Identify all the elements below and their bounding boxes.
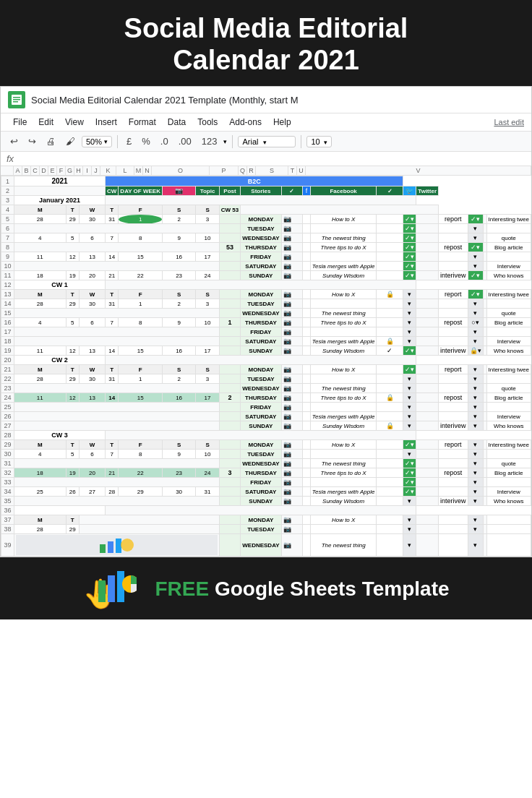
row-num: 26 bbox=[1, 412, 14, 421]
cal-d: 12 bbox=[66, 252, 79, 262]
table-row: 38 28 29 TUESDAY 📷 ▾ ▾ bbox=[1, 525, 531, 534]
topic bbox=[303, 243, 311, 252]
check2: ▾ bbox=[468, 233, 483, 243]
check2: ✓▾ bbox=[468, 290, 483, 299]
fb-content bbox=[439, 262, 468, 271]
cal-d: 1 bbox=[119, 215, 163, 224]
fb-icon bbox=[416, 243, 439, 252]
menu-insert[interactable]: Insert bbox=[90, 115, 122, 129]
font-chevron: ▾ bbox=[263, 139, 267, 146]
menu-data[interactable]: Data bbox=[163, 115, 191, 129]
month-label-cw1: CW 1 bbox=[14, 280, 106, 290]
decimal-button[interactable]: .0 bbox=[157, 134, 172, 149]
fb-icon bbox=[416, 224, 439, 233]
row-num: 36 bbox=[1, 506, 14, 515]
ig-icon-cell: 📷 bbox=[281, 346, 303, 356]
check1: ✓▾ bbox=[403, 224, 416, 233]
day-label: MONDAY bbox=[241, 365, 281, 374]
row-num: 29 bbox=[1, 440, 14, 450]
cal-d: 14 bbox=[106, 252, 119, 262]
last-edit-label[interactable]: Last edit bbox=[494, 118, 524, 126]
double-decimal-button[interactable]: .00 bbox=[175, 134, 195, 149]
cal-d: 29 bbox=[66, 215, 79, 224]
cal-d: 16 bbox=[162, 346, 195, 356]
number-format-button[interactable]: 123 bbox=[198, 134, 221, 149]
fb-content bbox=[439, 224, 468, 233]
table-row: 31 WEDNESDAY 📷 The newest thing ✓▾ ▾ quo… bbox=[1, 459, 531, 468]
undo-button[interactable]: ↩ bbox=[7, 134, 22, 149]
stories: ✓ bbox=[377, 346, 403, 356]
print-button[interactable]: 🖨 bbox=[43, 134, 59, 149]
row-num: 34 bbox=[1, 487, 14, 497]
menu-file[interactable]: File bbox=[8, 115, 32, 129]
menu-edit[interactable]: Edit bbox=[33, 115, 59, 129]
cw53-label: CW 53 bbox=[219, 205, 240, 215]
cal-d: 11 bbox=[14, 346, 66, 356]
tw-content bbox=[486, 252, 531, 262]
cal-w: W bbox=[79, 205, 105, 215]
ig-icon-cell: 📷 bbox=[281, 327, 303, 337]
table-row: 32 18 19 20 21 22 23 24 3 THURSDAY 📷 Thr… bbox=[1, 468, 531, 478]
stories bbox=[377, 271, 403, 280]
size-select[interactable]: 10 ▾ bbox=[306, 136, 332, 147]
day-label: MONDAY bbox=[241, 215, 281, 224]
row-num: 24 bbox=[1, 393, 14, 403]
cal-f: F bbox=[119, 205, 163, 215]
paint-format-button[interactable]: 🖌 bbox=[62, 134, 79, 149]
menu-help[interactable]: Help bbox=[268, 115, 296, 129]
spreadsheet-wrapper: Social Media Editorial Calendar 2021 Tem… bbox=[0, 86, 532, 557]
percent-button[interactable]: % bbox=[138, 134, 154, 149]
redo-button[interactable]: ↪ bbox=[25, 134, 40, 149]
formula-fx-label: fx bbox=[7, 153, 14, 164]
fb-content: repost bbox=[439, 318, 468, 327]
fb-content: interivew bbox=[439, 271, 468, 280]
check2: ▾ bbox=[468, 337, 483, 346]
blank bbox=[106, 196, 416, 205]
table-row: 3 January 2021 bbox=[1, 196, 531, 205]
col-header-q: Q bbox=[239, 166, 247, 175]
cal-d: 4 bbox=[14, 318, 66, 327]
table-row: 7 4 5 6 7 8 9 10 WEDNESDAY 📷 The newest … bbox=[1, 233, 531, 243]
check2: ○▾ bbox=[468, 318, 483, 327]
svg-rect-4 bbox=[13, 101, 18, 103]
cal-d: 31 bbox=[106, 299, 119, 309]
size-value: 10 bbox=[311, 137, 319, 146]
cw-empty bbox=[219, 252, 240, 262]
spreadsheet-table: 1 2021 B2C 2 CW DAY OF WEEK 📷 Topic Post… bbox=[1, 176, 531, 557]
zoom-select[interactable]: 50% ▾ bbox=[82, 136, 112, 147]
formula-input[interactable] bbox=[21, 154, 525, 164]
font-select[interactable]: Arial ▾ bbox=[238, 136, 296, 147]
row-num: 9 bbox=[1, 252, 14, 262]
fb-icon bbox=[416, 337, 439, 346]
check2: ▾ bbox=[468, 309, 483, 318]
table-row: 36 bbox=[1, 506, 531, 515]
row-num: 15 bbox=[1, 309, 14, 318]
table-row: 27 SUNDAY 📷 Sunday Wisdom 🔒 ▾ interivew … bbox=[1, 421, 531, 431]
header-topic: Topic bbox=[196, 186, 220, 196]
menu-view[interactable]: View bbox=[60, 115, 89, 129]
header-twitter: Twitter bbox=[416, 186, 439, 196]
currency-button[interactable]: £ bbox=[123, 134, 135, 149]
col-header-m: M bbox=[134, 166, 143, 175]
cal-th: T bbox=[106, 205, 119, 215]
table-row: 13 M T W T F S S MONDAY 📷 How to X 🔒 ▾ r… bbox=[1, 290, 531, 299]
col-header-f: F bbox=[57, 166, 66, 175]
sheets-icon bbox=[8, 91, 25, 108]
table-row: 22 28 29 30 31 1 2 3 TUESDAY 📷 ▾ ▾ bbox=[1, 374, 531, 384]
topic bbox=[303, 299, 311, 309]
row-num: 21 bbox=[1, 365, 14, 374]
menu-addons[interactable]: Add-ons bbox=[224, 115, 267, 129]
post: How to X bbox=[310, 290, 377, 299]
menu-tools[interactable]: Tools bbox=[192, 115, 223, 129]
row-num: 23 bbox=[1, 384, 14, 393]
menu-format[interactable]: Format bbox=[124, 115, 161, 129]
post: The newest thing bbox=[310, 233, 377, 243]
cal-t: T bbox=[66, 290, 79, 299]
col-header-o: O bbox=[152, 166, 210, 175]
bottom-banner: 🤚 FREE Google Sheets Template bbox=[0, 557, 532, 619]
col-header-row: A B C D E F G H I J K L M N O P Q R S T … bbox=[1, 166, 531, 176]
top-banner: Social Media Editorial Calendar 2021 bbox=[0, 0, 532, 86]
cal-d: 12 bbox=[66, 346, 79, 356]
topic bbox=[303, 271, 311, 280]
cal-d: 6 bbox=[79, 318, 105, 327]
